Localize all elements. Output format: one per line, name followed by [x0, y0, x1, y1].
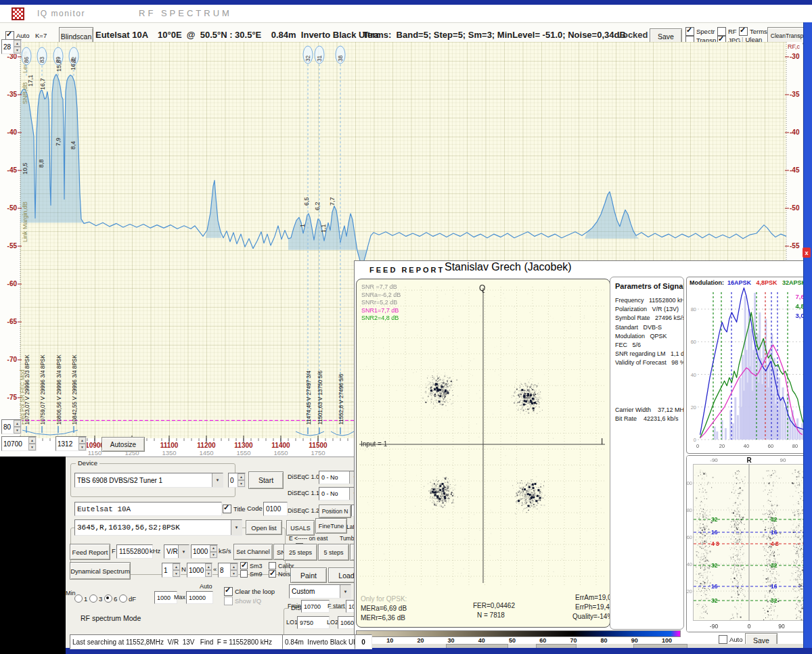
channel-combo[interactable]: 3645,R,16130,56,S2;8PSK▼ [74, 519, 242, 536]
snr-readout: SNR1=7,7 dB [361, 307, 401, 315]
terms-checkbox[interactable] [739, 27, 748, 36]
device-index-spinner[interactable]: 0▲▼ [228, 473, 246, 488]
steps-25-button[interactable]: 25 steps [284, 544, 317, 561]
freq-start-spinner[interactable]: 10700▲▼ [1, 436, 37, 451]
autosize-button[interactable]: Autosize [102, 437, 145, 452]
clear-loop-checkbox[interactable] [224, 587, 233, 596]
finetune-button[interactable]: FineTune [315, 518, 347, 534]
show-iq-checkbox-row[interactable]: Show I/Q [224, 597, 261, 605]
symbolrate-value: 1000 [191, 545, 210, 558]
sr-auto-label: Auto [198, 583, 214, 590]
y-axis-label-right: -30 [790, 53, 800, 60]
signal-params-title: Parametrs of Signal : [615, 282, 684, 290]
blindscan-label: Blindscan [61, 32, 92, 41]
level-top-spinner[interactable]: 28▲▼ [1, 39, 22, 54]
terms-label: Terms [750, 28, 767, 35]
steps-5-label: 5 steps [323, 549, 343, 556]
sm9-checkbox[interactable] [240, 570, 248, 578]
freqstep-1-radio-row[interactable]: 1 [74, 594, 87, 603]
paint-button[interactable]: Paint [290, 567, 327, 583]
phase-auto-checkbox-row[interactable]: Auto [719, 635, 743, 644]
fstart-label: F start [328, 603, 345, 609]
app-name: IQ monitor [37, 9, 85, 18]
n2-spinner[interactable]: 1000▲▼ [187, 563, 212, 578]
chevron-down-icon[interactable]: ▼ [340, 585, 351, 598]
freqstep-6-radio-row[interactable]: 6 [104, 594, 117, 603]
erram-value: ErrAm=19,0 [575, 594, 612, 601]
dynamical-spectrum-button[interactable]: Dynamical Spectrum [70, 562, 131, 580]
phase-auto-checkbox[interactable] [719, 635, 727, 644]
modulation-chart: 002020404060608080020406080 [687, 277, 811, 453]
polarization-combo[interactable]: V/R▼ [164, 544, 189, 559]
freqstep-3-radio[interactable] [89, 594, 97, 603]
freq-span-spinner[interactable]: 1312▲▼ [55, 436, 87, 451]
freqstep-df-radio-row[interactable]: dF [119, 594, 136, 603]
freqstep-df-radio[interactable] [119, 594, 127, 603]
scale-number: 30 [448, 637, 455, 644]
clear-loop-checkbox-row[interactable]: Clear the loop [224, 587, 275, 596]
max-field[interactable]: 10000 [186, 591, 213, 604]
n3-value: 8 [219, 563, 230, 577]
chevron-down-icon[interactable]: ▼ [212, 473, 223, 487]
symbolrate-spinner[interactable]: 1000▲▼ [191, 544, 218, 559]
feed-report-button[interactable]: Feed Report [70, 544, 110, 560]
min-label: Min [66, 590, 76, 597]
sm9-checkbox-row[interactable]: Sm9 [240, 570, 263, 578]
noise-checkbox[interactable] [269, 570, 276, 578]
freqstep-6-radio[interactable] [104, 594, 112, 603]
toolbar-header: Eutelsat 10A 10°0E @ 50.5°N : 30.5°E 0.8… [95, 30, 379, 40]
open-list-label: Open list [251, 524, 277, 532]
paint-label: Paint [300, 571, 317, 580]
usals-button[interactable]: USALS [286, 520, 315, 536]
spectr-checkbox-row[interactable]: Spectr [685, 27, 715, 36]
level-bottom-value: 80 [2, 420, 14, 434]
scale-number: 50 [509, 637, 516, 644]
terms-checkbox-row[interactable]: Terms [739, 27, 767, 36]
title-checkbox[interactable] [223, 505, 231, 513]
signal-param-line: Modulation QPSK [615, 332, 684, 341]
level-bottom-spinner[interactable]: 80▲▼ [1, 419, 22, 434]
set-channel-button[interactable]: Set Channel [233, 544, 273, 560]
title-checkbox-row[interactable]: Title [223, 505, 246, 513]
chevron-down-icon[interactable]: ▼ [178, 545, 189, 558]
satellite-name-field[interactable]: Eutelsat 10A [74, 502, 222, 516]
east-label: E <----- on east [289, 535, 328, 542]
svg-text:0: 0 [694, 437, 696, 443]
device-combo[interactable]: TBS 6908 DVBS/S2 Tuner 1▼ [74, 473, 223, 488]
f-label: F [112, 547, 116, 555]
freqstep-3-label: 3 [99, 595, 102, 603]
show-iq-checkbox[interactable] [224, 597, 233, 605]
signal-param-line: Bit Rate 42231,6 kb/s [615, 415, 684, 423]
close-label: x [805, 250, 808, 256]
sm3-checkbox-row[interactable]: Sm3 [240, 562, 263, 569]
freqstep-1-radio[interactable] [74, 594, 83, 603]
snr-readout: SNRa=-6,2 dB [361, 291, 401, 300]
lo1-field[interactable]: 9750 [297, 616, 330, 629]
n1-spinner[interactable]: 1▲▼ [162, 563, 181, 578]
usals-label: USALS [290, 525, 311, 532]
chevron-down-icon[interactable]: ▼ [231, 520, 242, 535]
svg-text:80: 80 [792, 443, 798, 449]
position-n-button[interactable]: Position N [319, 505, 351, 518]
snr-readout: SNRr=5,2 dB [361, 299, 401, 307]
close-icon[interactable]: x [803, 248, 811, 258]
vertical-scrollbar[interactable] [803, 22, 812, 648]
quality-value: Quality=-14% [572, 613, 613, 620]
n3-spinner[interactable]: 8▲▼ [218, 563, 238, 578]
start-button[interactable]: Start [248, 471, 284, 489]
polarization-value: V/R [164, 548, 178, 555]
status-search-text: Last searching at 11552,8MHz V/R 13V Fin… [72, 638, 272, 646]
open-list-button[interactable]: Open list [246, 520, 282, 535]
fmin-field[interactable]: 10700 [301, 600, 330, 613]
freqstep-3-radio-row[interactable]: 3 [89, 594, 102, 603]
custom-combo[interactable]: Custom▼ [289, 584, 351, 599]
steps-5-button[interactable]: 5 steps [318, 544, 349, 561]
sm3-checkbox[interactable] [240, 562, 248, 569]
feed-report-label: Feed Report [72, 548, 108, 556]
spectr-checkbox[interactable] [685, 27, 694, 36]
svg-text:60: 60 [691, 339, 696, 345]
code-field[interactable]: 0100 [263, 502, 288, 516]
frequency-field[interactable]: 11552800 [116, 544, 153, 559]
scale-number: 100 [662, 637, 672, 644]
svg-text:40: 40 [744, 443, 749, 449]
